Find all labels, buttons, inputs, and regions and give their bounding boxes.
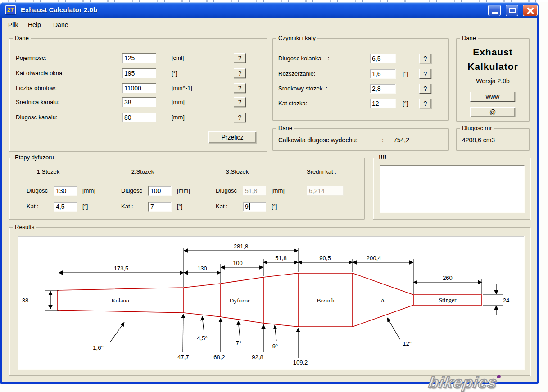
group-title: Results	[13, 224, 36, 230]
arrow-4-5	[202, 316, 204, 332]
liczba-obrotow-unit: [min^-1]	[172, 83, 192, 93]
total-value: 754,2	[394, 135, 409, 145]
cone2-header: 2.Stozek	[125, 167, 161, 177]
liczba-obrotow-help-button[interactable]: ?	[234, 83, 246, 93]
arrow-1-6	[110, 322, 124, 342]
dim-label-200-4: 200,4	[367, 255, 381, 261]
dimension-lines	[50, 251, 496, 315]
group-etapy: Etapy dyfuzoru 1.Stozek 2.Stozek 3.Stoze…	[9, 158, 365, 220]
group-results: Results	[9, 227, 530, 376]
angle-label-12: 12°	[403, 340, 412, 347]
client-area: Plik Help Dane Dane Pojemnosc: [cmł] ? K…	[2, 18, 537, 382]
angle-label-9: 9°	[272, 343, 278, 350]
kat-otwarcia-input[interactable]	[122, 68, 156, 78]
dim-label-130: 130	[197, 265, 207, 272]
minimize-button[interactable]	[488, 5, 501, 16]
group-title: !!!!	[377, 154, 388, 161]
cone1-kat-input[interactable]	[54, 202, 77, 212]
exhaust-diagram: 281,8 173,5 130 100 51,8 90,5 200,4 260 …	[18, 236, 524, 369]
cone2-dlugosc-unit: [mm]	[177, 186, 190, 196]
dia-label-109-2: 109,2	[293, 359, 308, 366]
dlugosc-rur-value: 4208,6 cm3	[462, 135, 495, 145]
group-title: Dane	[276, 125, 294, 131]
window-title: Exhaust Calculator 2.0b	[21, 2, 97, 18]
cone2-dlugosc-label: Dlugosc	[121, 186, 142, 196]
dlugosc-kolanka-input[interactable]	[370, 54, 396, 63]
dlugosc-kanalu-unit: [mm]	[172, 113, 185, 122]
cone3-kat-input[interactable]	[243, 202, 266, 212]
group-dane-input: Dane Pojemnosc: [cmł] ? Kat otwarcia okn…	[9, 38, 267, 152]
email-button[interactable]: @	[470, 107, 515, 117]
cone3-dlugosc-label: Dlugosc	[216, 186, 237, 196]
menu-item-help[interactable]: Help	[25, 18, 44, 32]
srodkowy-stozek-help-button[interactable]: ?	[419, 84, 431, 94]
cone1-kat-label: Kat :	[27, 202, 39, 212]
group-title: Etapy dyfuzoru	[13, 154, 56, 161]
app-name-line1: Exhaust	[457, 47, 529, 58]
cone3-header: 3.Stozek	[219, 167, 255, 177]
group-about: Dane Exhaust Kalkulator Wersja 2.0b www …	[456, 38, 530, 122]
dim-label-90-5: 90,5	[319, 255, 331, 261]
cone1-header: 1.Stozek	[30, 167, 66, 177]
dia-label-68-2: 68,2	[213, 354, 225, 360]
srednica-kanalu-label: Srednica kanalu:	[16, 97, 59, 107]
srednica-kanalu-help-button[interactable]: ?	[234, 97, 246, 107]
kat-stozka-input[interactable]	[370, 99, 396, 108]
menubar: Plik Help Dane	[2, 18, 537, 32]
dia-label-92-8: 92,8	[252, 354, 263, 360]
cone2-kat-unit: [°]	[177, 202, 182, 212]
maximize-button[interactable]	[506, 5, 518, 16]
menu-item-dane[interactable]: Dane	[50, 18, 71, 32]
cone2-kat-input[interactable]	[148, 202, 172, 212]
rozszerzanie-input[interactable]	[370, 69, 396, 79]
www-button[interactable]: www	[470, 92, 515, 102]
kat-otwarcia-unit: [°]	[172, 68, 177, 78]
group-total: Dane Calkowita dlugosc wydechu: : 754,2	[272, 128, 449, 151]
results-canvas: 281,8 173,5 130 100 51,8 90,5 200,4 260 …	[18, 236, 525, 370]
pojemnosc-input[interactable]	[122, 53, 156, 63]
cone3-kat-label: Kat :	[216, 202, 228, 212]
cone1-dlugosc-label: Dlugosc	[27, 186, 48, 196]
menu-item-plik[interactable]: Plik	[5, 18, 21, 32]
cone2-kat-label: Kat :	[121, 202, 133, 212]
dlugosc-kanalu-input[interactable]	[122, 113, 156, 122]
pojemnosc-help-button[interactable]: ?	[234, 53, 246, 63]
group-title: Dlugosc rur	[460, 125, 494, 131]
dim-label-173-5: 173,5	[114, 265, 129, 272]
dim-label-260: 260	[443, 275, 453, 281]
kat-stozka-label: Kat stozka:	[278, 99, 307, 108]
cone3-dlugosc-input	[243, 186, 266, 196]
kat-otwarcia-help-button[interactable]: ?	[234, 68, 246, 78]
arrow-7	[238, 321, 240, 338]
app-icon: 2T	[5, 5, 16, 14]
srodkowy-stozek-input[interactable]	[370, 84, 396, 94]
rozszerzanie-help-button[interactable]: ?	[419, 69, 431, 79]
section-label-dyfuzor: Dyfuzor	[230, 297, 250, 304]
alerts-textarea[interactable]	[380, 165, 525, 213]
pojemnosc-unit: [cmł]	[172, 53, 184, 63]
kat-stozka-help-button[interactable]: ?	[419, 99, 431, 108]
liczba-obrotow-input[interactable]	[122, 83, 156, 93]
kat-otwarcia-label: Kat otwarcia okna:	[16, 68, 64, 78]
dlugosc-kolanka-help-button[interactable]: ?	[419, 54, 431, 63]
dimension-labels: 281,8 173,5 130 100 51,8 90,5 200,4 260 …	[22, 243, 509, 366]
angle-label-4-5: 4,5°	[197, 335, 207, 342]
titlebar[interactable]: 2T Exhaust Calculator 2.0b	[0, 2, 539, 18]
angle-label-7: 7°	[236, 340, 241, 347]
close-button[interactable]	[523, 5, 538, 16]
text-caret	[249, 203, 250, 210]
cone3-dlugosc-unit: [mm]	[272, 186, 285, 196]
dlugosc-kanalu-help-button[interactable]: ?	[234, 113, 246, 122]
arrow-9	[275, 325, 276, 341]
srednica-kanalu-input[interactable]	[122, 97, 156, 107]
dim-label-51-8: 51,8	[275, 255, 286, 261]
total-label: Calkowita dlugosc wydechu:	[278, 135, 358, 145]
group-dlugosc-rur: Dlugosc rur 4208,6 cm3	[456, 128, 530, 151]
app-version: Wersja 2.0b	[457, 77, 529, 85]
dia-label-38: 38	[22, 297, 28, 304]
cone2-dlugosc-input[interactable]	[148, 186, 172, 196]
przelicz-button[interactable]: Przelicz	[208, 131, 256, 143]
sredni-kat-header: Sredni kat :	[302, 167, 341, 177]
cone1-dlugosc-input[interactable]	[54, 186, 77, 196]
liczba-obrotow-label: Liczba obrotow:	[16, 83, 57, 93]
